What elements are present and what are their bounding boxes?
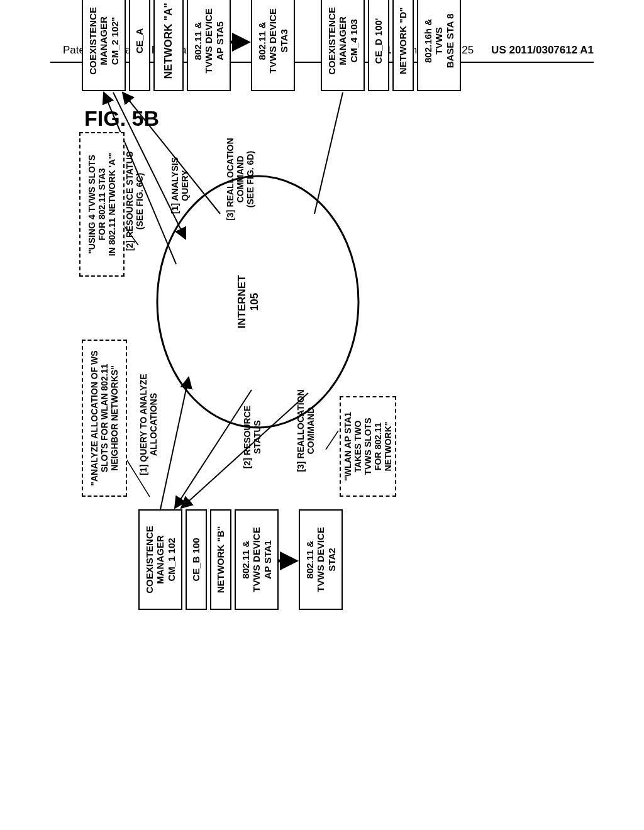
box-base-sta8: 802.16h &TVWSBASE STA 8 (417, 0, 461, 91)
box-network-d: NETWORK "D" (392, 0, 414, 91)
label-reallocation-right: [3] REALLOCATIONCOMMAND(SEE FIG. 6D) (225, 126, 255, 233)
box-sta3: 802.11 &TVWS DEVICESTA3 (251, 0, 295, 91)
box-cm4: COEXISTENCEMANAGERCM_4 103 (321, 0, 365, 91)
svg-line-10 (326, 431, 338, 450)
box-ced: CE_D 100' (368, 0, 389, 91)
box-ap-sta5: 802.11 &TVWS DEVICEAP STA5 (187, 0, 231, 91)
box-network-b: NETWORK "B" (210, 509, 231, 610)
callout-analyze-allocation: "ANALYZE ALLOCATION OF WSSLOTS FOR WLAN … (82, 340, 127, 497)
label-query-analyze: [1] QUERY TO ANALYZEALLOCATIONS (138, 358, 158, 490)
svg-line-1 (160, 377, 189, 509)
svg-line-7 (314, 92, 343, 214)
callout-wlan-takes-two: "WLAN AP STA1TAKES TWOTVWS SLOTSFOR 802.… (340, 396, 396, 497)
box-cea: CE_A (129, 0, 150, 91)
label-internet: INTERNET105 (236, 264, 260, 340)
box-ap-sta1: 802.11 &TVWS DEVICEAP STA1 (235, 509, 279, 610)
label-analysis-query: [1] ANALYSISQUERY (170, 145, 190, 226)
figure-5b-diagram: COEXISTENCEMANAGERCM_1 102 CE_B 100 NETW… (75, 126, 644, 616)
label-resource-status-left: [2] RESOURCESTATUS (242, 390, 262, 484)
label-resource-status-right: [2] RESOURCE STATUS(SEE FIG. 6C) (125, 138, 145, 264)
box-cm1: COEXISTENCEMANAGERCM_1 102 (138, 509, 182, 610)
box-ceb: CE_B 100 (186, 509, 207, 610)
callout-using-4-slots: "USING 4 TVWS SLOTSFOR 802.11 STA3IN 802… (79, 132, 125, 277)
svg-line-2 (175, 390, 252, 508)
box-cm2: COEXISTENCEMANAGERCM_2 102" (82, 0, 126, 91)
box-sta2: 802.11 &TVWS DEVICESTA2 (299, 509, 343, 610)
box-network-a: NETWORK "A" (153, 0, 184, 91)
label-reallocation-left: [3] REALLOCATIONCOMMAND (296, 377, 316, 484)
